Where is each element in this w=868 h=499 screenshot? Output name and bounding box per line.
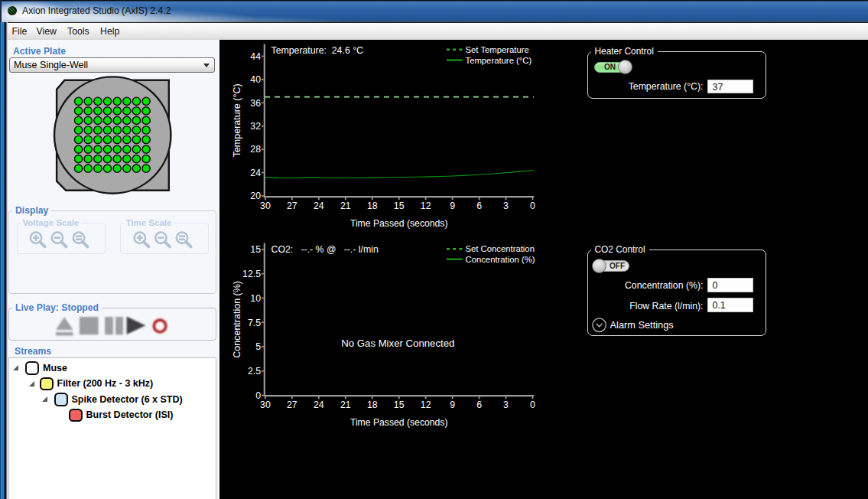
svg-text:12.5: 12.5 xyxy=(242,269,261,279)
svg-text:12: 12 xyxy=(421,400,431,410)
svg-text:12: 12 xyxy=(421,201,431,211)
svg-text:3: 3 xyxy=(503,400,509,410)
svg-text:Time Passed (seconds): Time Passed (seconds) xyxy=(350,417,448,428)
svg-text:24: 24 xyxy=(314,201,324,211)
svg-text:24: 24 xyxy=(314,400,324,410)
svg-text:30: 30 xyxy=(260,400,271,410)
svg-text:5: 5 xyxy=(255,341,261,352)
svg-text:18: 18 xyxy=(367,400,378,410)
svg-text:Set Temperature: Set Temperature xyxy=(466,45,529,54)
svg-text:Concentration (%): Concentration (%) xyxy=(232,281,242,358)
svg-text:0: 0 xyxy=(530,400,535,410)
svg-text:9: 9 xyxy=(450,400,455,410)
svg-text:28: 28 xyxy=(250,144,261,155)
svg-text:7.5: 7.5 xyxy=(248,318,261,328)
svg-text:Set Concentration: Set Concentration xyxy=(466,244,535,253)
svg-text:21: 21 xyxy=(340,201,351,211)
svg-text:15: 15 xyxy=(394,400,405,410)
svg-text:Temperature (°C): Temperature (°C) xyxy=(232,83,242,157)
svg-text:9: 9 xyxy=(450,201,455,211)
svg-text:6: 6 xyxy=(476,201,482,211)
svg-text:3: 3 xyxy=(503,201,509,211)
svg-text:CO2: --.- % @ --.- l/min: CO2: --.- % @ --.- l/min xyxy=(271,244,379,255)
svg-text:32: 32 xyxy=(250,121,261,132)
svg-text:36: 36 xyxy=(250,98,261,109)
svg-text:Temperature: 24.6 °C: Temperature: 24.6 °C xyxy=(271,45,364,56)
svg-text:10: 10 xyxy=(250,293,261,304)
svg-text:24: 24 xyxy=(250,168,261,178)
svg-text:Temperature (°C): Temperature (°C) xyxy=(466,56,532,65)
svg-text:27: 27 xyxy=(287,400,297,410)
svg-text:0: 0 xyxy=(530,201,535,211)
svg-text:44: 44 xyxy=(250,51,261,62)
svg-text:6: 6 xyxy=(476,400,482,410)
svg-text:21: 21 xyxy=(340,400,351,410)
svg-text:40: 40 xyxy=(250,74,261,85)
svg-text:2.5: 2.5 xyxy=(248,366,261,377)
svg-text:27: 27 xyxy=(287,201,297,211)
svg-text:30: 30 xyxy=(260,201,271,211)
svg-text:15: 15 xyxy=(394,201,405,211)
svg-text:15: 15 xyxy=(250,244,261,255)
svg-text:No Gas Mixer Connected: No Gas Mixer Connected xyxy=(341,338,454,349)
svg-text:Concentration (%): Concentration (%) xyxy=(466,255,535,264)
svg-text:18: 18 xyxy=(367,201,378,211)
svg-text:Time Passed (seconds): Time Passed (seconds) xyxy=(350,218,448,229)
